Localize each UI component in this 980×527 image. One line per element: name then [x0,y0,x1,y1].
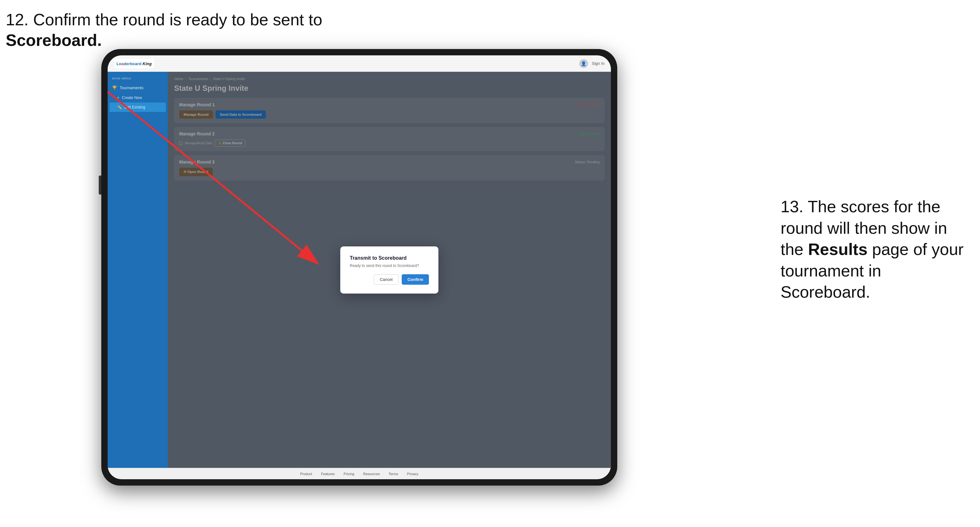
tournaments-label: Tournaments [120,86,143,90]
footer-resources[interactable]: Resources [363,472,380,476]
logo-text2: derboard [123,61,141,66]
footer-privacy[interactable]: Privacy [407,472,418,476]
cancel-button[interactable]: Cancel [374,274,399,285]
signin-link[interactable]: Sign In [592,61,605,66]
edit-icon: ✏️ [117,105,122,110]
footer-product[interactable]: Product [300,472,312,476]
transmit-modal: Transmit to Scoreboard Ready to send thi… [340,246,438,294]
step-12-annotation: 12. Confirm the round is ready to be sen… [6,10,322,51]
confirm-button[interactable]: Confirm [402,274,429,285]
step13-bold: Results [808,240,868,259]
step-13-annotation: 13. The scores for the round will then s… [781,196,970,303]
modal-title: Transmit to Scoreboard [350,255,429,261]
user-avatar: 👤 [579,59,588,68]
modal-buttons: Cancel Confirm [350,274,429,285]
top-nav: Leaderboard King 👤 Sign In [108,56,611,72]
footer-features[interactable]: Features [321,472,334,476]
footer: Product Features Pricing Resources Terms… [108,468,611,479]
edit-existing-label: Edit Existing [124,105,145,110]
create-new-label: Create New [122,95,142,100]
footer-pricing[interactable]: Pricing [344,472,355,476]
footer-terms[interactable]: Terms [389,472,398,476]
sidebar-item-tournaments[interactable]: 🏆 Tournaments [108,83,168,93]
tablet-screen: Leaderboard King 👤 Sign In MAIN MENU 🏆 T… [108,56,611,479]
app-logo: Leaderboard King [114,59,154,68]
modal-subtitle: Ready to send this round to Scoreboard? [350,264,429,268]
logo-text: Le [116,61,121,66]
main-menu-label: MAIN MENU [108,77,168,83]
plus-icon: + [117,95,119,100]
tablet-power-button [99,176,101,195]
sidebar-item-create-new[interactable]: + Create New [108,93,168,103]
top-nav-right: 👤 Sign In [579,59,605,68]
modal-overlay: Transmit to Scoreboard Ready to send thi… [168,72,611,468]
content-area: Home / Tournaments / State U Spring Invi… [168,72,611,468]
sidebar-item-edit-existing[interactable]: ✏️ Edit Existing [110,103,166,112]
tablet-device: Leaderboard King 👤 Sign In MAIN MENU 🏆 T… [101,49,617,486]
app-layout: Leaderboard King 👤 Sign In MAIN MENU 🏆 T… [108,56,611,479]
logo-king: King [142,61,152,66]
step12-text: 12. Confirm the round is ready to be sen… [6,10,322,29]
sidebar: MAIN MENU 🏆 Tournaments + Create New ✏️ … [108,72,168,468]
step12-bold-text: Scoreboard. [6,31,102,49]
main-area: MAIN MENU 🏆 Tournaments + Create New ✏️ … [108,72,611,468]
trophy-icon: 🏆 [112,86,117,90]
